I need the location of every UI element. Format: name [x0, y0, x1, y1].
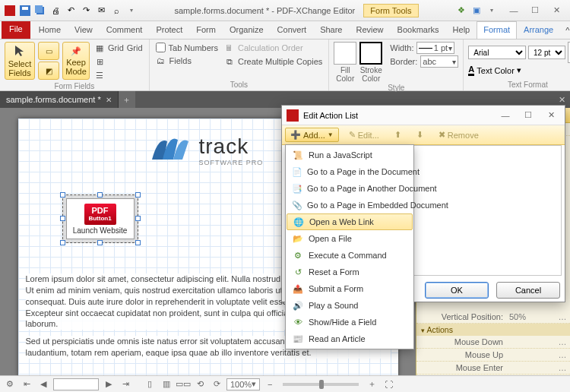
more-icon[interactable]: … [558, 363, 567, 372]
nav-next-icon[interactable]: ▶ [102, 378, 116, 390]
nav-prev-icon[interactable]: ◀ [36, 378, 50, 390]
print-icon[interactable]: 🖨 [49, 4, 62, 17]
zoom-slider[interactable] [283, 383, 359, 386]
app-icon[interactable] [3, 4, 17, 17]
text-color-button[interactable]: AText Color ▾ [468, 65, 521, 76]
resize-handle[interactable] [135, 216, 141, 221]
stroke-color-button[interactable]: Stroke Color [359, 42, 382, 83]
dialog-titlebar[interactable]: Edit Action List — ☐ ✕ [282, 106, 565, 125]
tab-bookmarks[interactable]: Bookmarks [391, 21, 446, 39]
highlight-fields-button[interactable]: ▭ [38, 42, 59, 60]
select-fields-button[interactable]: Select Fields [5, 42, 35, 80]
qat-more-icon[interactable] [125, 4, 138, 17]
tab-review[interactable]: Review [349, 21, 390, 39]
tab-numbers-button[interactable]: Tab Numbers [154, 42, 220, 53]
layout-icon[interactable]: ▣ [470, 4, 483, 17]
layout-facing-icon[interactable]: ▭▭ [176, 378, 190, 390]
new-document-tab[interactable]: ＋ [119, 91, 135, 108]
tab-home[interactable]: Home [32, 21, 68, 39]
layout-single-icon[interactable]: ▯ [143, 378, 157, 390]
keep-mode-button[interactable]: 📌 Keep Mode [62, 42, 90, 80]
prop-row-action[interactable]: Mouse Up… [416, 349, 570, 362]
tab-organize[interactable]: Organize [223, 21, 271, 39]
close-button[interactable]: ✕ [546, 3, 567, 18]
tab-arrange[interactable]: Arrange [517, 21, 560, 39]
menu-item-execute-a-command[interactable]: ⚙Execute a Command [286, 247, 413, 264]
resize-handle[interactable] [60, 192, 65, 198]
tab-share[interactable]: Share [313, 21, 349, 39]
tab-comment[interactable]: Comment [100, 21, 150, 39]
field-type-button[interactable]: ◩ [38, 62, 59, 80]
border-value[interactable]: abc▾ [420, 55, 458, 68]
menu-item-go-to-a-page-in-the-document[interactable]: 📄Go to a Page in the Document [286, 163, 413, 180]
menu-item-open-a-web-link[interactable]: 🌐Open a Web Link [287, 213, 413, 230]
snap-toggle[interactable]: ⊞ [93, 55, 144, 68]
layout-cont-icon[interactable]: ▥ [160, 378, 173, 390]
prop-row-action[interactable]: Mouse Enter… [416, 362, 570, 375]
document-tab[interactable]: sample.forms.document * ✕ [0, 91, 119, 108]
menu-item-submit-a-form[interactable]: 📤Submit a Form [286, 280, 413, 297]
push-button-field[interactable]: PDF Button1 Launch Website [62, 194, 138, 243]
nav-last-icon[interactable]: ⇥ [119, 378, 132, 390]
fit-page-icon[interactable]: ⛶ [382, 378, 395, 390]
dialog-maximize-icon[interactable]: ☐ [519, 110, 537, 120]
ui-options-icon[interactable]: ❖ [454, 4, 468, 17]
undo-icon[interactable]: ↶ [64, 4, 78, 17]
resize-handle[interactable] [97, 192, 103, 198]
tab-view[interactable]: View [68, 21, 100, 39]
file-tab[interactable]: File [2, 21, 30, 39]
tab-form[interactable]: Form [189, 21, 223, 39]
mail-icon[interactable]: ✉ [94, 4, 108, 17]
add-action-button[interactable]: ➕Add...▼ [285, 128, 339, 142]
menu-item-show-hide-a-field[interactable]: 👁Show/Hide a Field [286, 314, 413, 330]
rotate-ccw-icon[interactable]: ⟲ [193, 378, 207, 390]
zoom-thumb[interactable] [319, 380, 324, 389]
menu-item-play-a-sound[interactable]: 🔊Play a Sound [286, 297, 413, 314]
fields-button[interactable]: 🗂Fields [154, 55, 220, 67]
ok-button[interactable]: OK [425, 282, 489, 299]
font-select[interactable]: Arial [468, 46, 526, 59]
guides-toggle[interactable]: ☰ [93, 69, 144, 81]
cancel-button[interactable]: Cancel [496, 282, 560, 299]
multiple-copies-button[interactable]: ⧉Create Multiple Copies [223, 55, 324, 68]
grid-toggle[interactable]: ▦GridGrid [93, 42, 144, 54]
menu-item-go-to-a-page-in-another-document[interactable]: 📑Go to a Page in Another Document [286, 180, 413, 197]
tab-convert[interactable]: Convert [271, 21, 314, 39]
more-icon[interactable]: … [558, 312, 567, 321]
prop-row-action[interactable]: Mouse Down… [416, 336, 570, 349]
resize-handle[interactable] [60, 240, 65, 245]
tab-format[interactable]: Format [477, 21, 517, 39]
more-icon[interactable]: … [558, 337, 567, 346]
menu-item-read-an-article[interactable]: 📰Read an Article [286, 330, 413, 347]
zoom-value[interactable]: 100% ▾ [226, 378, 260, 390]
layout-more-icon[interactable] [485, 4, 499, 17]
maximize-button[interactable]: ☐ [524, 3, 546, 18]
scan-icon[interactable]: ⌕ [109, 4, 123, 17]
prop-row-vpos[interactable]: Vertical Position:50%… [416, 311, 570, 324]
resize-handle[interactable] [135, 240, 141, 245]
save-icon[interactable] [18, 4, 32, 17]
rotate-cw-icon[interactable]: ⟳ [210, 378, 223, 390]
fill-color-button[interactable]: Fill Color [334, 42, 356, 83]
menu-item-run-a-javascript[interactable]: 📜Run a JavaScript [286, 147, 413, 163]
redo-icon[interactable]: ↷ [79, 4, 93, 17]
nav-first-icon[interactable]: ⇤ [20, 378, 33, 390]
dialog-close-icon[interactable]: ✕ [542, 110, 560, 120]
resize-handle[interactable] [135, 192, 141, 198]
document-tab-close-icon[interactable]: ✕ [106, 96, 112, 104]
options-icon[interactable]: ⚙ [3, 378, 17, 390]
menu-item-go-to-a-page-in-embedded-document[interactable]: 📎Go to a Page in Embedded Document [286, 197, 413, 213]
menu-item-open-a-file[interactable]: 📂Open a File [286, 230, 413, 247]
menu-item-reset-a-form[interactable]: ↺Reset a Form [286, 264, 413, 280]
page-number[interactable] [53, 378, 99, 390]
tab-help[interactable]: Help [446, 21, 477, 39]
tab-protect[interactable]: Protect [149, 21, 189, 39]
minimize-button[interactable]: — [503, 3, 524, 18]
width-value[interactable]: 1 pt▾ [416, 42, 454, 54]
font-size-select[interactable]: 12 pt [528, 46, 565, 59]
zoom-out-icon[interactable]: − [263, 378, 277, 390]
resize-handle[interactable] [97, 240, 103, 245]
more-icon[interactable]: … [558, 350, 567, 359]
prop-section-actions[interactable]: Actions [416, 324, 570, 336]
resize-handle[interactable] [60, 216, 65, 221]
